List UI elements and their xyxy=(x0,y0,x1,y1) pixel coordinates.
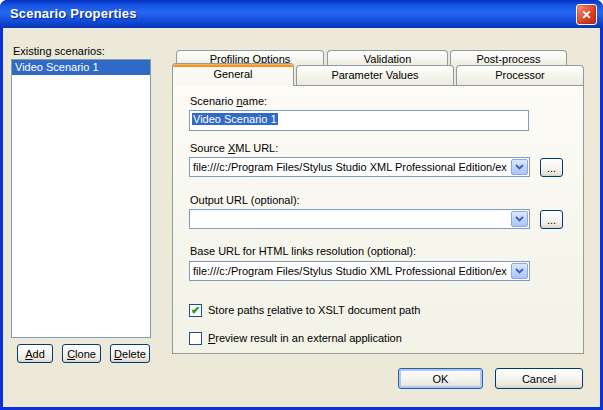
source-xml-url-combobox[interactable]: file:///c:/Program Files/Stylus Studio X… xyxy=(189,157,530,177)
list-item[interactable]: Video Scenario 1 xyxy=(12,60,150,75)
base-url-dropdown-button[interactable] xyxy=(511,263,528,279)
active-tab-accent xyxy=(173,64,293,67)
source-xml-dropdown-button[interactable] xyxy=(511,159,528,175)
tab-general[interactable]: General xyxy=(172,63,294,86)
cancel-button[interactable]: Cancel xyxy=(495,368,583,389)
clone-button[interactable]: Clone xyxy=(62,344,101,363)
scenario-listbox[interactable]: Video Scenario 1 xyxy=(11,59,151,338)
window-title: Scenario Properties xyxy=(10,0,137,27)
output-url-browse-button[interactable]: ... xyxy=(540,210,563,229)
existing-scenarios-label: Existing scenarios: xyxy=(13,45,105,57)
scenario-properties-dialog: Scenario Properties ✕ Existing scenarios… xyxy=(0,0,603,410)
scenario-name-label: Scenario name: xyxy=(190,95,267,107)
base-url-label: Base URL for HTML links resolution (opti… xyxy=(190,245,416,257)
close-icon: ✕ xyxy=(581,8,591,22)
chevron-down-icon xyxy=(515,268,524,274)
selected-text: Video Scenario 1 xyxy=(192,113,278,125)
scenario-name-input[interactable]: Video Scenario 1 xyxy=(189,110,529,131)
combobox-value: file:///c:/Program Files/Stylus Studio X… xyxy=(190,265,510,277)
combobox-value: file:///c:/Program Files/Stylus Studio X… xyxy=(190,161,510,173)
check-icon: ✔ xyxy=(191,304,200,317)
store-paths-checkbox[interactable]: ✔ xyxy=(189,304,202,317)
source-xml-browse-button[interactable]: ... xyxy=(540,158,563,177)
preview-external-checkbox[interactable] xyxy=(189,332,202,345)
tab-parameter-values[interactable]: Parameter Values xyxy=(296,65,454,85)
output-url-combobox[interactable] xyxy=(189,209,530,229)
delete-button[interactable]: Delete xyxy=(110,344,150,363)
chevron-down-icon xyxy=(515,164,524,170)
title-bar[interactable]: Scenario Properties ✕ xyxy=(0,0,603,28)
tab-processor[interactable]: Processor xyxy=(456,65,584,85)
ok-button[interactable]: OK xyxy=(398,368,483,389)
source-xml-url-label: Source XML URL: xyxy=(190,142,278,154)
chevron-down-icon xyxy=(515,216,524,222)
preview-external-label: Preview result in an external applicatio… xyxy=(208,332,402,344)
close-button[interactable]: ✕ xyxy=(576,4,597,25)
base-url-combobox[interactable]: file:///c:/Program Files/Stylus Studio X… xyxy=(189,261,530,281)
add-button[interactable]: Add xyxy=(17,344,53,363)
store-paths-label: Store paths relative to XSLT document pa… xyxy=(208,304,420,316)
output-url-label: Output URL (optional): xyxy=(190,194,300,206)
output-url-dropdown-button[interactable] xyxy=(511,211,528,227)
